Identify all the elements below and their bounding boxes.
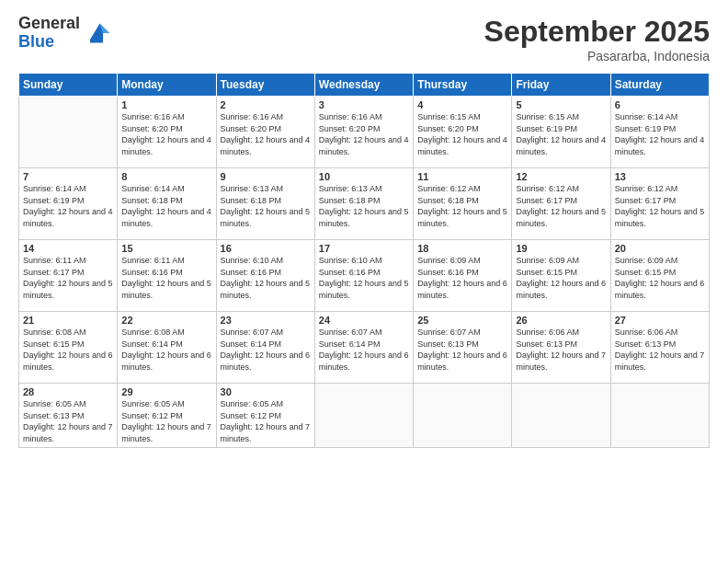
- location: Pasararba, Indonesia: [484, 49, 710, 63]
- title-block: September 2025 Pasararba, Indonesia: [484, 15, 710, 63]
- day-info: Sunrise: 6:08 AMSunset: 6:14 PMDaylight:…: [121, 327, 211, 372]
- day-number: 18: [417, 243, 507, 254]
- day-number: 28: [23, 386, 113, 397]
- day-number: 16: [221, 243, 311, 254]
- calendar-cell: 21 Sunrise: 6:08 AMSunset: 6:15 PMDaylig…: [19, 312, 118, 384]
- header-monday: Monday: [118, 74, 216, 97]
- calendar-cell: 24 Sunrise: 6:07 AMSunset: 6:14 PMDaylig…: [314, 312, 413, 384]
- calendar-cell: 14 Sunrise: 6:11 AMSunset: 6:17 PMDaylig…: [19, 240, 118, 312]
- header: General Blue September 2025 Pasararba, I…: [18, 15, 710, 63]
- day-info: Sunrise: 6:10 AMSunset: 6:16 PMDaylight:…: [221, 256, 311, 300]
- calendar-cell: 1 Sunrise: 6:16 AMSunset: 6:20 PMDayligh…: [118, 97, 216, 168]
- calendar-cell: 16 Sunrise: 6:10 AMSunset: 6:16 PMDaylig…: [216, 240, 314, 312]
- day-number: 3: [319, 99, 409, 110]
- day-number: 12: [516, 171, 606, 182]
- day-info: Sunrise: 6:16 AMSunset: 6:20 PMDaylight:…: [121, 112, 211, 156]
- calendar-cell: 12 Sunrise: 6:12 AMSunset: 6:17 PMDaylig…: [512, 168, 610, 240]
- day-number: 19: [516, 243, 606, 254]
- day-info: Sunrise: 6:15 AMSunset: 6:20 PMDaylight:…: [417, 112, 507, 156]
- day-info: Sunrise: 6:07 AMSunset: 6:14 PMDaylight:…: [319, 327, 409, 372]
- day-info: Sunrise: 6:08 AMSunset: 6:15 PMDaylight:…: [23, 327, 113, 372]
- logo-blue: Blue: [18, 33, 80, 52]
- calendar-cell: [414, 384, 512, 448]
- day-number: 29: [121, 386, 211, 397]
- day-info: Sunrise: 6:06 AMSunset: 6:13 PMDaylight:…: [516, 327, 606, 372]
- header-wednesday: Wednesday: [314, 74, 413, 97]
- calendar-cell: [610, 384, 709, 448]
- calendar-cell: 23 Sunrise: 6:07 AMSunset: 6:14 PMDaylig…: [216, 312, 314, 384]
- week-row-3: 14 Sunrise: 6:11 AMSunset: 6:17 PMDaylig…: [19, 240, 710, 312]
- day-info: Sunrise: 6:07 AMSunset: 6:14 PMDaylight:…: [221, 327, 311, 372]
- header-saturday: Saturday: [610, 74, 709, 97]
- day-info: Sunrise: 6:12 AMSunset: 6:17 PMDaylight:…: [615, 184, 705, 228]
- day-info: Sunrise: 6:12 AMSunset: 6:18 PMDaylight:…: [417, 184, 507, 228]
- logo-general: General: [18, 15, 80, 33]
- day-info: Sunrise: 6:13 AMSunset: 6:18 PMDaylight:…: [221, 184, 311, 228]
- day-number: 10: [319, 171, 409, 182]
- day-info: Sunrise: 6:15 AMSunset: 6:19 PMDaylight:…: [516, 112, 606, 156]
- day-info: Sunrise: 6:14 AMSunset: 6:19 PMDaylight:…: [615, 112, 705, 156]
- day-number: 21: [23, 315, 113, 326]
- calendar-cell: 18 Sunrise: 6:09 AMSunset: 6:16 PMDaylig…: [414, 240, 512, 312]
- day-info: Sunrise: 6:14 AMSunset: 6:18 PMDaylight:…: [121, 184, 211, 228]
- day-info: Sunrise: 6:16 AMSunset: 6:20 PMDaylight:…: [319, 112, 409, 156]
- calendar-cell: 25 Sunrise: 6:07 AMSunset: 6:13 PMDaylig…: [414, 312, 512, 384]
- day-info: Sunrise: 6:10 AMSunset: 6:16 PMDaylight:…: [319, 256, 409, 300]
- day-number: 14: [23, 243, 113, 254]
- page: General Blue September 2025 Pasararba, I…: [0, 0, 728, 563]
- day-number: 27: [615, 315, 705, 326]
- day-number: 5: [516, 99, 606, 110]
- calendar-cell: [19, 97, 118, 168]
- logo: General Blue: [18, 15, 109, 52]
- calendar-cell: 26 Sunrise: 6:06 AMSunset: 6:13 PMDaylig…: [512, 312, 610, 384]
- calendar-cell: [512, 384, 610, 448]
- calendar-cell: 6 Sunrise: 6:14 AMSunset: 6:19 PMDayligh…: [610, 97, 709, 168]
- week-row-4: 21 Sunrise: 6:08 AMSunset: 6:15 PMDaylig…: [19, 312, 710, 384]
- month-title: September 2025: [484, 15, 710, 49]
- header-thursday: Thursday: [414, 74, 512, 97]
- day-info: Sunrise: 6:09 AMSunset: 6:15 PMDaylight:…: [516, 256, 606, 300]
- day-number: 7: [23, 171, 113, 182]
- header-friday: Friday: [512, 74, 610, 97]
- day-number: 26: [516, 315, 606, 326]
- day-info: Sunrise: 6:14 AMSunset: 6:19 PMDaylight:…: [23, 184, 113, 228]
- day-info: Sunrise: 6:16 AMSunset: 6:20 PMDaylight:…: [221, 112, 311, 156]
- day-number: 4: [417, 99, 507, 110]
- week-row-5: 28 Sunrise: 6:05 AMSunset: 6:13 PMDaylig…: [19, 384, 710, 448]
- day-number: 23: [221, 315, 311, 326]
- day-info: Sunrise: 6:11 AMSunset: 6:16 PMDaylight:…: [121, 256, 211, 300]
- day-number: 6: [615, 99, 705, 110]
- calendar-cell: 2 Sunrise: 6:16 AMSunset: 6:20 PMDayligh…: [216, 97, 314, 168]
- day-number: 11: [417, 171, 507, 182]
- calendar-cell: 30 Sunrise: 6:05 AMSunset: 6:12 PMDaylig…: [216, 384, 314, 448]
- day-number: 8: [121, 171, 211, 182]
- calendar-cell: 8 Sunrise: 6:14 AMSunset: 6:18 PMDayligh…: [118, 168, 216, 240]
- day-number: 17: [319, 243, 409, 254]
- day-info: Sunrise: 6:05 AMSunset: 6:12 PMDaylight:…: [121, 399, 211, 443]
- calendar-cell: 27 Sunrise: 6:06 AMSunset: 6:13 PMDaylig…: [610, 312, 709, 384]
- calendar-table: Sunday Monday Tuesday Wednesday Thursday…: [18, 73, 710, 448]
- day-number: 24: [319, 315, 409, 326]
- day-number: 20: [615, 243, 705, 254]
- week-row-2: 7 Sunrise: 6:14 AMSunset: 6:19 PMDayligh…: [19, 168, 710, 240]
- calendar-cell: 3 Sunrise: 6:16 AMSunset: 6:20 PMDayligh…: [314, 97, 413, 168]
- logo-icon: [84, 20, 109, 46]
- calendar-cell: [314, 384, 413, 448]
- day-info: Sunrise: 6:07 AMSunset: 6:13 PMDaylight:…: [417, 327, 507, 372]
- calendar-cell: 17 Sunrise: 6:10 AMSunset: 6:16 PMDaylig…: [314, 240, 413, 312]
- day-number: 30: [221, 386, 311, 397]
- day-info: Sunrise: 6:05 AMSunset: 6:12 PMDaylight:…: [221, 399, 311, 443]
- calendar-cell: 22 Sunrise: 6:08 AMSunset: 6:14 PMDaylig…: [118, 312, 216, 384]
- day-number: 9: [221, 171, 311, 182]
- calendar-cell: 10 Sunrise: 6:13 AMSunset: 6:18 PMDaylig…: [314, 168, 413, 240]
- calendar-cell: 9 Sunrise: 6:13 AMSunset: 6:18 PMDayligh…: [216, 168, 314, 240]
- day-number: 25: [417, 315, 507, 326]
- calendar-cell: 29 Sunrise: 6:05 AMSunset: 6:12 PMDaylig…: [118, 384, 216, 448]
- calendar-cell: 15 Sunrise: 6:11 AMSunset: 6:16 PMDaylig…: [118, 240, 216, 312]
- day-info: Sunrise: 6:12 AMSunset: 6:17 PMDaylight:…: [516, 184, 606, 228]
- day-info: Sunrise: 6:11 AMSunset: 6:17 PMDaylight:…: [23, 256, 113, 300]
- calendar-cell: 7 Sunrise: 6:14 AMSunset: 6:19 PMDayligh…: [19, 168, 118, 240]
- day-info: Sunrise: 6:09 AMSunset: 6:15 PMDaylight:…: [615, 256, 705, 300]
- day-info: Sunrise: 6:09 AMSunset: 6:16 PMDaylight:…: [417, 256, 507, 300]
- calendar-cell: 28 Sunrise: 6:05 AMSunset: 6:13 PMDaylig…: [19, 384, 118, 448]
